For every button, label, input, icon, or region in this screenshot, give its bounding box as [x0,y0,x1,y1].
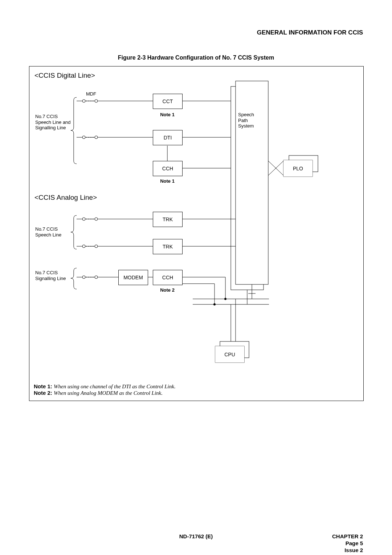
cpu-box: CPU [215,346,244,362]
footer-page: Page 5 [332,540,363,547]
diagram-lines [29,66,363,401]
header-title: GENERAL INFORMATION FOR CCIS [29,29,363,36]
section-digital-title: <CCIS Digital Line> [34,72,95,80]
footer-doc: ND-71762 (E) [29,533,363,539]
note1-text: When using one channel of the DTI as the… [54,384,176,389]
dti-box: DTI [153,130,183,145]
svg-point-22 [95,218,98,220]
digital-side-label: No.7 CCIS Speech Line and Signalling Lin… [35,114,72,131]
cch1-box: CCH [153,161,183,176]
svg-point-30 [82,276,85,279]
trk2-box: TRK [153,239,183,254]
svg-point-1 [82,100,85,102]
plo-box: PLO [283,160,313,177]
footnotes: Note 1: When using one channel of the DT… [34,383,176,396]
svg-point-7 [95,136,98,139]
svg-point-3 [95,100,98,102]
note1a: Note 1 [153,112,182,117]
mdf-label: MDF [84,91,98,97]
trk1-box: TRK [153,212,183,227]
footer-chapter: CHAPTER 2 [332,533,363,540]
svg-point-5 [82,136,85,139]
page: GENERAL INFORMATION FOR CCIS Figure 2-3 … [29,29,363,401]
note2: Note 2 [153,287,182,293]
note1b: Note 1 [153,178,182,184]
svg-point-44 [213,303,216,305]
section-analog-title: <CCIS Analog Line> [34,194,97,202]
speech-path-label: Speech Path System [238,112,264,129]
cch2-box: CCH [153,270,183,285]
note1-label: Note 1: [34,383,52,389]
svg-point-26 [95,245,98,248]
footer-issue: Issue 2 [332,547,363,554]
modem-box: MODEM [118,270,148,285]
svg-point-32 [95,276,98,279]
analog-speech-label: No.7 CCIS Speech Line [35,226,72,238]
svg-point-20 [82,218,85,220]
figure-box: <CCIS Digital Line> MDF No.7 CCIS Speech… [29,66,364,401]
svg-point-24 [82,245,85,248]
note2-label: Note 2: [34,390,52,396]
note2-text: When using Analog MODEM as the Control L… [54,390,163,396]
svg-point-42 [224,298,226,300]
analog-signalling-label: No.7 CCIS Signalling Line [35,270,72,281]
footer-right: CHAPTER 2 Page 5 Issue 2 [332,533,363,554]
figure-caption: Figure 2-3 Hardware Configuration of No.… [29,54,363,61]
cct-box: CCT [153,94,183,109]
svg-rect-13 [236,81,268,284]
